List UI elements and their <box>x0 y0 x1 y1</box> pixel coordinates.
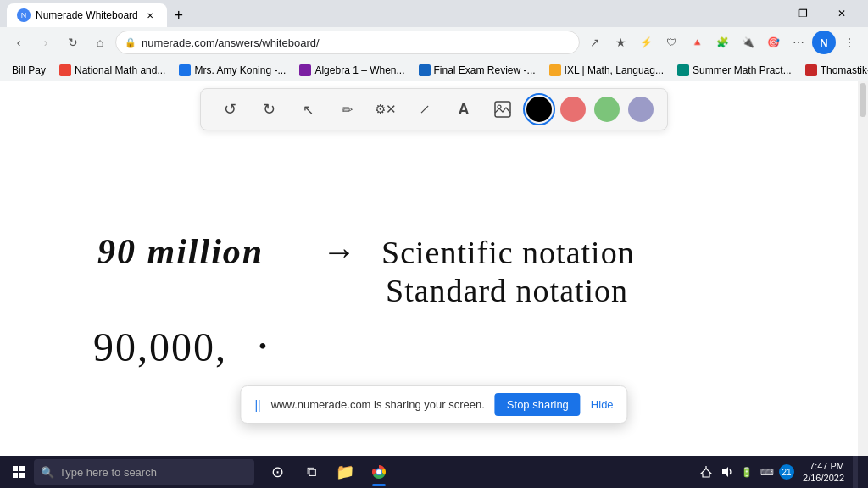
bookmark-label: Final Exam Review -... <box>434 64 536 76</box>
ext5-button[interactable]: 🔌 <box>736 30 760 54</box>
bookmark-summer-math[interactable]: Summer Math Pract... <box>672 63 797 78</box>
taskbar-apps: ⊙ ⧉ 📁 <box>261 456 395 488</box>
ext1-button[interactable]: ⚡ <box>634 30 658 54</box>
url-text: numerade.com/answers/whiteboard/ <box>142 36 320 49</box>
window-controls: — ❐ ✕ <box>744 0 861 27</box>
active-tab[interactable]: N Numerade Whiteboard ✕ <box>7 3 167 27</box>
ext2-button[interactable]: 🛡 <box>659 30 683 54</box>
cortana-icon: ⊙ <box>271 463 284 481</box>
pencil-tool-button[interactable]: ✏ <box>331 94 362 125</box>
bookmark-final-exam[interactable]: Final Exam Review -... <box>414 63 541 78</box>
title-bar: N Numerade Whiteboard ✕ + — ❐ ✕ <box>0 0 868 27</box>
text-tool-button[interactable]: A <box>448 94 479 125</box>
undo-button[interactable]: ↺ <box>214 94 245 125</box>
profile-button[interactable]: N <box>812 30 836 54</box>
taskbar-chrome[interactable] <box>363 456 395 488</box>
notifications-badge[interactable]: 21 <box>779 464 794 480</box>
tab-favicon: N <box>17 8 31 22</box>
taskbar-search[interactable]: 🔍 Type here to search <box>34 459 254 485</box>
taskbar-taskview[interactable]: ⧉ <box>295 456 327 488</box>
taskbar: 🔍 Type here to search ⊙ ⧉ 📁 <box>0 456 868 488</box>
screen-share-message: www.numerade.com is sharing your screen. <box>271 398 485 411</box>
taskbar-cortana[interactable]: ⊙ <box>261 456 293 488</box>
close-button[interactable]: ✕ <box>822 0 861 27</box>
bookmark-label: Summer Math Pract... <box>693 64 792 76</box>
reload-button[interactable]: ↻ <box>61 30 85 54</box>
share-page-button[interactable]: ↗ <box>583 30 607 54</box>
forward-button[interactable]: › <box>34 30 58 54</box>
bookmark-button[interactable]: ★ <box>609 30 632 54</box>
menu-button[interactable]: ⋮ <box>837 30 861 54</box>
line-tool-button[interactable]: ─ <box>403 88 447 131</box>
explorer-icon: 📁 <box>336 463 354 481</box>
color-black[interactable] <box>526 97 552 122</box>
scrollbar[interactable] <box>858 81 868 456</box>
ext4-button[interactable]: 🧩 <box>710 30 734 54</box>
bookmark-favicon <box>299 64 311 76</box>
screen-share-bar: || www.numerade.com is sharing your scre… <box>240 385 627 424</box>
bookmark-national-math[interactable]: National Math and... <box>54 63 170 78</box>
battery-icon[interactable]: 🔋 <box>738 463 755 480</box>
bookmark-ixl[interactable]: IXL | Math, Languag... <box>544 63 669 78</box>
start-button[interactable] <box>3 457 34 487</box>
svg-text:→: → <box>322 233 356 270</box>
address-bar-actions: ↗ ★ ⚡ 🛡 🔺 🧩 🔌 🎯 ⋯ N ⋮ <box>583 30 861 54</box>
svg-text:90,000,: 90,000, <box>93 324 227 369</box>
svg-text:90 million: 90 million <box>97 232 264 271</box>
chrome-icon <box>370 463 388 481</box>
bookmark-favicon <box>179 64 191 76</box>
address-bar: ‹ › ↻ ⌂ 🔒 numerade.com/answers/whiteboar… <box>0 27 868 58</box>
clock-time: 7:47 PM <box>810 460 844 472</box>
bookmark-mrs-amy[interactable]: Mrs. Amy Koning -... <box>174 63 291 78</box>
image-tool-button[interactable] <box>487 94 518 125</box>
svg-text:•: • <box>259 333 267 359</box>
color-green[interactable] <box>594 97 620 122</box>
redo-button[interactable]: ↻ <box>253 94 284 125</box>
windows-icon <box>13 466 25 478</box>
system-clock[interactable]: 7:47 PM 2/16/2022 <box>798 460 849 485</box>
taskbar-right: 🔋 ⌨ 21 7:47 PM 2/16/2022 <box>698 456 865 488</box>
tools-button[interactable]: ⚙✕ <box>370 94 401 125</box>
hide-button[interactable]: Hide <box>591 398 614 411</box>
svg-point-11 <box>376 469 381 474</box>
taskbar-explorer[interactable]: 📁 <box>329 456 361 488</box>
network-icon[interactable] <box>698 463 715 480</box>
maximize-button[interactable]: ❐ <box>783 0 822 27</box>
back-button[interactable]: ‹ <box>7 30 31 54</box>
language-icon[interactable]: ⌨ <box>759 463 776 480</box>
url-bar[interactable]: 🔒 numerade.com/answers/whiteboard/ <box>115 30 580 54</box>
home-button[interactable]: ⌂ <box>88 30 112 54</box>
bookmark-favicon <box>549 64 561 76</box>
bookmark-bill-pay[interactable]: Bill Pay <box>7 63 51 78</box>
svg-text:Scientific notation: Scientific notation <box>381 235 635 270</box>
taskview-icon: ⧉ <box>307 464 316 480</box>
volume-icon[interactable] <box>718 463 735 480</box>
bookmark-label: National Math and... <box>75 64 165 76</box>
select-tool-button[interactable]: ↖ <box>292 94 323 125</box>
search-icon: 🔍 <box>41 466 54 479</box>
tab-title: Numerade Whiteboard <box>36 9 138 21</box>
svg-marker-12 <box>722 467 728 477</box>
ext6-button[interactable]: 🎯 <box>761 30 785 54</box>
bookmark-favicon <box>805 64 817 76</box>
bookmark-thomastik[interactable]: Thomastik-Infeld C... <box>800 63 868 78</box>
share-indicator-icon: || <box>254 398 260 412</box>
show-desktop-button[interactable] <box>853 456 858 488</box>
bookmark-label: Mrs. Amy Koning -... <box>194 64 286 76</box>
stop-sharing-button[interactable]: Stop sharing <box>495 393 581 416</box>
more-ext-button[interactable]: ⋯ <box>787 30 810 54</box>
minimize-button[interactable]: — <box>744 0 783 27</box>
bookmark-algebra[interactable]: Algebra 1 – When... <box>294 63 409 78</box>
clock-date: 2/16/2022 <box>803 472 844 484</box>
tab-close-button[interactable]: ✕ <box>143 8 157 22</box>
color-pink[interactable] <box>560 97 586 122</box>
search-placeholder-text: Type here to search <box>59 466 157 479</box>
bookmark-favicon <box>59 64 71 76</box>
color-lavender[interactable] <box>628 97 654 122</box>
tab-bar: N Numerade Whiteboard ✕ + <box>7 0 191 27</box>
ext3-button[interactable]: 🔺 <box>685 30 709 54</box>
main-content: 90 million → Scientific notation Standar… <box>0 81 868 456</box>
new-tab-button[interactable]: + <box>167 3 191 27</box>
bookmark-label: Bill Pay <box>12 64 46 76</box>
scrollbar-thumb[interactable] <box>860 83 866 117</box>
